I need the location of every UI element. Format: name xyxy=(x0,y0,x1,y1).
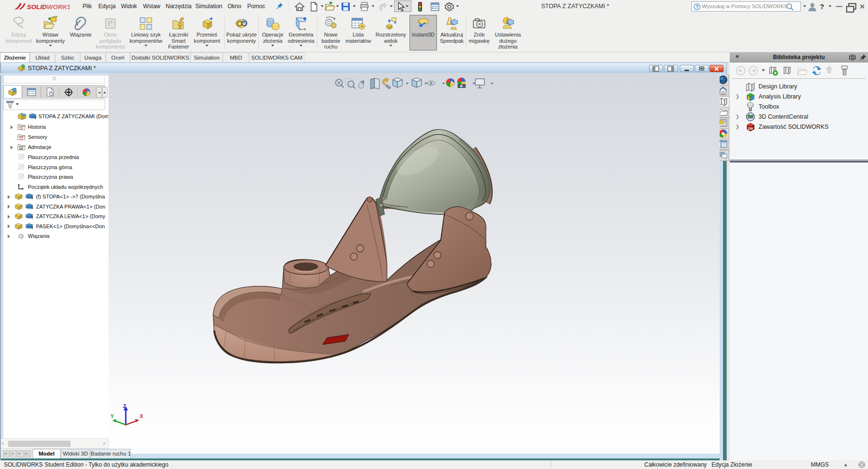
svg-text:A: A xyxy=(20,147,23,150)
svg-text:SW: SW xyxy=(748,127,753,130)
svg-text:Y: Y xyxy=(110,413,114,419)
svg-text:!: ! xyxy=(448,19,450,24)
svg-text:Z: Z xyxy=(123,403,126,409)
svg-text:?: ? xyxy=(696,4,699,10)
svg-text:X: X xyxy=(140,413,144,419)
